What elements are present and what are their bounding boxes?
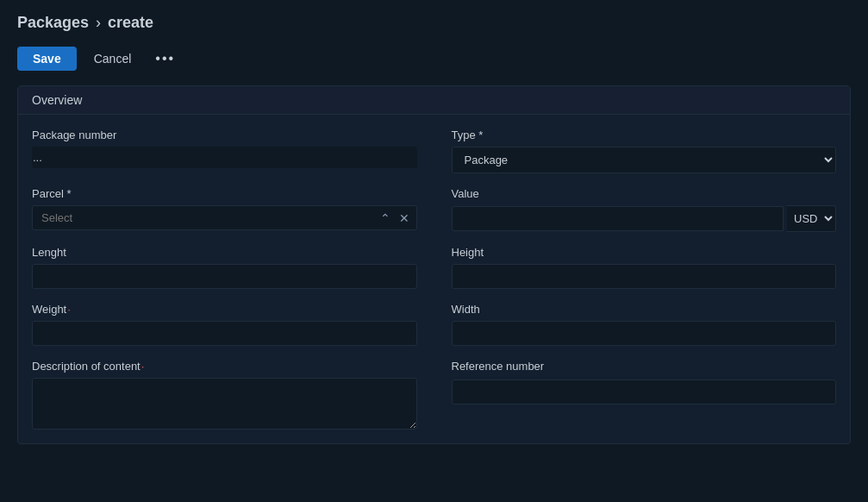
card-header: Overview [18,86,850,115]
value-input[interactable] [452,206,784,231]
parcel-icons: ⌃ ✕ [378,210,411,227]
height-group: Height [452,246,837,289]
form-grid: Package number ... Type * Package Envelo… [32,129,836,430]
weight-input[interactable] [32,321,417,346]
reference-input[interactable] [452,380,837,405]
breadcrumb-separator: › [96,14,101,32]
description-required-dot: · [141,360,145,373]
description-group: Description of content· [32,360,417,430]
weight-label: Weight· [32,303,417,316]
value-group: Value USD EUR GBP [452,187,837,232]
value-row: USD EUR GBP [452,205,837,232]
close-icon: ✕ [399,211,409,225]
parcel-group: Parcel * ⌃ ✕ [32,187,417,232]
parcel-select-wrapper[interactable]: ⌃ ✕ [32,205,417,230]
lenght-label: Lenght [32,246,417,259]
package-number-group: Package number ... [32,129,417,173]
width-label: Width [452,303,837,316]
currency-select[interactable]: USD EUR GBP [787,205,836,232]
cancel-button[interactable]: Cancel [84,47,142,71]
breadcrumb-create: create [108,14,153,32]
weight-required-dot: · [67,303,71,316]
lenght-group: Lenght [32,246,417,289]
type-group: Type * Package Envelope Pallet [452,129,837,173]
description-textarea[interactable] [32,378,417,430]
more-button[interactable]: ••• [148,46,182,72]
parcel-clear-button[interactable]: ✕ [397,210,411,227]
chevron-up-icon: ⌃ [380,211,390,225]
reference-label: Reference number [452,360,837,373]
height-input[interactable] [452,264,837,289]
lenght-input[interactable] [32,264,417,289]
parcel-label: Parcel * [32,187,417,200]
type-label: Type * [452,129,837,141]
reference-group: Reference number [452,360,837,430]
type-select[interactable]: Package Envelope Pallet [452,147,837,173]
description-label: Description of content· [32,360,417,373]
breadcrumb-packages: Packages [17,14,89,32]
package-number-label: Package number [32,129,417,141]
height-label: Height [452,246,837,259]
overview-label: Overview [32,93,82,107]
parcel-input[interactable] [38,206,378,229]
toolbar: Save Cancel ••• [17,46,851,72]
card-body: Package number ... Type * Package Envelo… [18,115,850,443]
breadcrumb: Packages › create [17,14,851,32]
parcel-chevron-up-button[interactable]: ⌃ [378,210,392,227]
width-group: Width [452,303,837,346]
overview-card: Overview Package number ... Type * Packa… [17,85,851,444]
value-label: Value [452,187,837,200]
width-input[interactable] [452,321,837,346]
save-button[interactable]: Save [17,47,77,71]
package-number-value: ... [32,147,417,168]
weight-group: Weight· [32,303,417,346]
